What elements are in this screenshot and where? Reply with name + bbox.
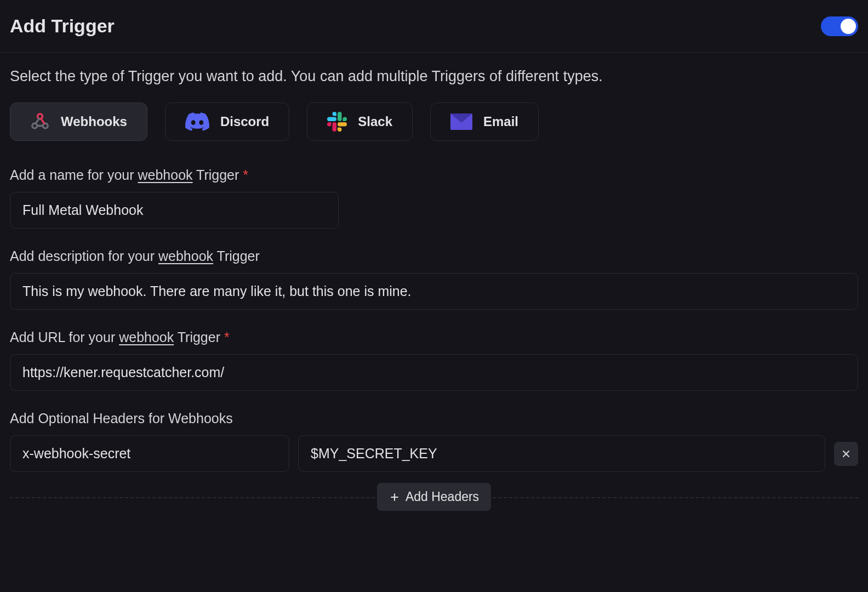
slack-icon [327,112,347,132]
trigger-type-label: Email [483,114,518,129]
email-icon [450,113,472,130]
trigger-type-tabs: Webhooks Discord Slack [10,103,858,141]
trigger-type-slack[interactable]: Slack [307,103,413,141]
discord-icon [185,112,209,131]
name-input[interactable] [10,192,339,229]
name-field-group: Add a name for your webhook Trigger * [10,167,858,229]
trigger-type-discord[interactable]: Discord [165,103,289,141]
header-value-input[interactable] [298,435,825,472]
plus-icon [389,492,400,503]
add-headers-label: Add Headers [406,489,479,504]
url-input[interactable] [10,354,858,391]
headers-label: Add Optional Headers for Webhooks [10,411,858,426]
trigger-type-label: Webhooks [61,114,127,129]
header-key-input[interactable] [10,435,289,472]
enable-toggle[interactable] [821,16,858,36]
description-input[interactable] [10,273,858,310]
trigger-type-webhooks[interactable]: Webhooks [10,103,147,141]
url-label: Add URL for your webhook Trigger * [10,329,858,345]
add-headers-row: Add Headers [10,483,858,511]
trigger-type-label: Slack [358,114,392,129]
trigger-type-label: Discord [220,114,269,129]
close-icon [841,448,852,459]
webhook-icon [30,112,50,132]
header: Add Trigger [0,0,868,53]
toggle-knob [841,19,856,34]
instruction-text: Select the type of Trigger you want to a… [10,68,858,85]
add-headers-button[interactable]: Add Headers [377,483,491,511]
remove-header-button[interactable] [834,442,858,466]
name-label: Add a name for your webhook Trigger * [10,167,858,183]
page-title: Add Trigger [10,15,115,37]
description-label: Add description for your webhook Trigger [10,248,858,264]
url-field-group: Add URL for your webhook Trigger * [10,329,858,391]
trigger-type-email[interactable]: Email [430,103,539,141]
header-row [10,435,858,472]
description-field-group: Add description for your webhook Trigger [10,248,858,310]
headers-field-group: Add Optional Headers for Webhooks Add He… [10,411,858,511]
content: Select the type of Trigger you want to a… [0,53,868,546]
